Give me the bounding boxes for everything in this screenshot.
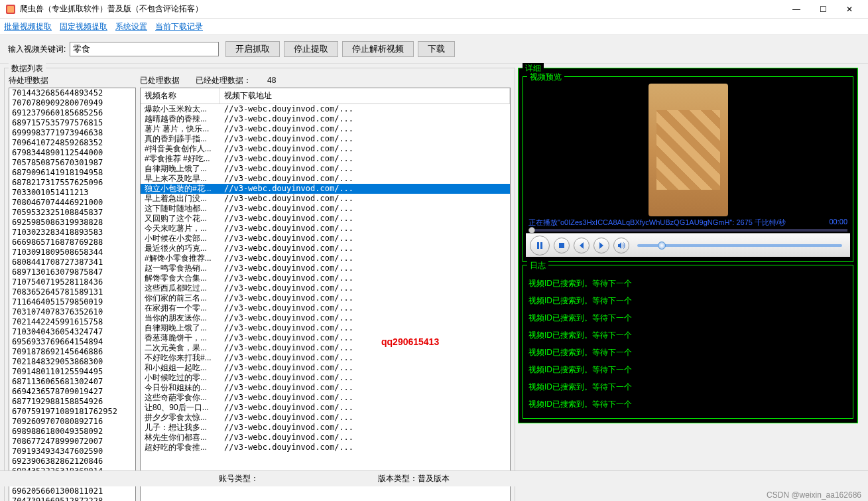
progress-bar[interactable]	[528, 229, 847, 232]
stop-button[interactable]	[554, 238, 570, 253]
pending-item[interactable]: 6877192988158854926	[9, 397, 135, 407]
progress-thumb[interactable]	[528, 227, 535, 234]
pending-item[interactable]: 6999983771973946638	[9, 128, 135, 138]
keyword-input[interactable]	[70, 42, 219, 56]
col-video-url[interactable]: 视频下载地址	[220, 88, 510, 104]
pending-item[interactable]: 7116464051579850019	[9, 297, 135, 307]
pending-item[interactable]: 7091878692145646886	[9, 347, 135, 357]
table-row[interactable]: 二次元美食，果...//v3-webc.douyinvod.com/...	[141, 343, 510, 353]
pending-item[interactable]: 7107540719528118436	[9, 277, 135, 287]
pending-item[interactable]: 6897130163079875847	[9, 267, 135, 277]
pending-item[interactable]: 6669865716878769288	[9, 238, 135, 248]
pending-item[interactable]: 7021442245991615758	[9, 317, 135, 327]
pending-item[interactable]: 6923906382862120846	[9, 457, 135, 466]
col-video-name[interactable]: 视频名称	[141, 88, 220, 104]
table-row[interactable]: 最近很火的巧克...//v3-webc.douyinvod.com/...	[141, 244, 510, 253]
table-row[interactable]: 又回购了这个花...//v3-webc.douyinvod.com/...	[141, 214, 510, 224]
table-row[interactable]: #零食推荐 #好吃...//v3-webc.douyinvod.com/...	[141, 154, 510, 164]
processed-grid[interactable]: 视频名称 视频下载地址 爆款小玉米粒太...//v3-webc.douyinvo…	[140, 88, 511, 501]
pending-item[interactable]: 7086772478999072007	[9, 437, 135, 447]
table-row[interactable]: 小时候在小卖部...//v3-webc.douyinvod.com/...	[141, 234, 510, 244]
pending-item[interactable]: 7103091809508658344	[9, 248, 135, 257]
pending-item[interactable]: 7096410724859268352	[9, 138, 135, 148]
pending-item[interactable]: 7103023283418893583	[9, 228, 135, 238]
pending-item[interactable]: 7080467074446921000	[9, 198, 135, 208]
pending-item[interactable]: 6878217317557625096	[9, 178, 135, 188]
link-batch-video[interactable]: 批量视频提取	[4, 21, 52, 33]
pending-item[interactable]: 6912379660185685256	[9, 108, 135, 118]
pending-item[interactable]: 6707591971089181762952	[9, 407, 135, 417]
prev-button[interactable]	[574, 238, 589, 253]
play-pause-button[interactable]	[530, 236, 550, 255]
table-row[interactable]: 小时候吃过的零...//v3-webc.douyinvod.com/...	[141, 373, 510, 383]
pending-item[interactable]: 7014432685644893452	[9, 88, 135, 98]
start-crawl-button[interactable]: 开启抓取	[225, 41, 280, 57]
pending-item[interactable]: 7047391669512872228	[9, 496, 135, 501]
pending-item[interactable]: 6897157535797576815	[9, 118, 135, 128]
pending-item[interactable]: 7059532325108845837	[9, 208, 135, 218]
link-fixed-video[interactable]: 固定视频提取	[60, 21, 107, 33]
table-row[interactable]: 爆款小玉米粒太...//v3-webc.douyinvod.com/...	[141, 104, 510, 114]
pending-item[interactable]: 7070780909280070949	[9, 98, 135, 108]
pending-item[interactable]: 6925985086319938828	[9, 218, 135, 228]
pending-item[interactable]: 7033001051411213	[9, 188, 135, 198]
table-row[interactable]: 香葱薄脆饼干，...//v3-webc.douyinvod.com/...	[141, 333, 510, 343]
pending-item[interactable]: 7091480110125594495	[9, 367, 135, 377]
volume-button[interactable]	[613, 238, 629, 253]
table-row[interactable]: 这下随时随地都...//v3-webc.douyinvod.com/...	[141, 204, 510, 214]
table-row[interactable]: 超好吃的零食推...//v3-webc.douyinvod.com/...	[141, 443, 510, 453]
table-row[interactable]: 这些奇葩零食你...//v3-webc.douyinvod.com/...	[141, 393, 510, 403]
link-settings[interactable]: 系统设置	[115, 21, 147, 33]
table-row[interactable]: 早上着急出门没...//v3-webc.douyinvod.com/...	[141, 194, 510, 204]
table-row[interactable]: 当你的朋友送你...//v3-webc.douyinvod.com/...	[141, 313, 510, 323]
next-button[interactable]	[593, 238, 609, 253]
table-row[interactable]: 和小姐姐一起吃...//v3-webc.douyinvod.com/...	[141, 363, 510, 373]
pending-item[interactable]: 6798344890112544000	[9, 148, 135, 158]
table-row[interactable]: 赵一鸣零食热销...//v3-webc.douyinvod.com/...	[141, 263, 510, 273]
table-row[interactable]: 你们家的前三名...//v3-webc.douyinvod.com/...	[141, 293, 510, 303]
log-box[interactable]: 视频ID已搜索到。等待下一个视频ID已搜索到。等待下一个视频ID已搜索到。等待下…	[526, 272, 850, 415]
table-row[interactable]: 越晴越香的香辣...//v3-webc.douyinvod.com/...	[141, 114, 510, 124]
pending-item[interactable]: 6879096141918194958	[9, 168, 135, 178]
pending-item[interactable]: 6989886180049358092	[9, 427, 135, 437]
volume-slider[interactable]	[637, 244, 842, 247]
download-button[interactable]: 下载	[418, 41, 455, 57]
table-row[interactable]: 解馋零食大合集...//v3-webc.douyinvod.com/...	[141, 273, 510, 283]
table-row[interactable]: 独立小包装的#花...//v3-webc.douyinvod.com/...	[141, 184, 510, 194]
pending-item[interactable]: 6962056601300811021	[9, 486, 135, 496]
table-row[interactable]: 真的香到舔手指...//v3-webc.douyinvod.com/...	[141, 134, 510, 144]
table-row[interactable]: 早上来不及吃早...//v3-webc.douyinvod.com/...	[141, 174, 510, 184]
video-preview[interactable]	[526, 84, 850, 216]
table-row[interactable]: 自律期晚上饿了...//v3-webc.douyinvod.com/...	[141, 323, 510, 333]
table-row[interactable]: #解馋小零食推荐...//v3-webc.douyinvod.com/...	[141, 253, 510, 263]
table-row[interactable]: 自律期晚上饿了...//v3-webc.douyinvod.com/...	[141, 164, 510, 174]
pending-listbox[interactable]: 7014432685644893452707078090928007094969…	[9, 88, 136, 501]
stop-extract-button[interactable]: 停止提取	[284, 41, 338, 57]
pending-item[interactable]: 6871136065681302407	[9, 377, 135, 387]
minimize-button[interactable]: —	[783, 1, 810, 18]
stop-parse-button[interactable]: 停止解析视频	[342, 41, 414, 57]
table-row[interactable]: 拼夕夕零食太惊...//v3-webc.douyinvod.com/...	[141, 413, 510, 423]
table-row[interactable]: #抖音美食创作人...//v3-webc.douyinvod.com/...	[141, 144, 510, 154]
table-row[interactable]: 今日份和姐妹的...//v3-webc.douyinvod.com/...	[141, 383, 510, 393]
table-row[interactable]: 这些西瓜都吃过...//v3-webc.douyinvod.com/...	[141, 283, 510, 293]
table-row[interactable]: 林先生你们都喜...//v3-webc.douyinvod.com/...	[141, 433, 510, 443]
link-download-log[interactable]: 当前下载记录	[155, 21, 203, 33]
pending-item[interactable]: 7021848329053868300	[9, 357, 135, 367]
volume-thumb[interactable]	[658, 242, 666, 250]
pending-item[interactable]: 6956933769664154894	[9, 337, 135, 347]
table-row[interactable]: 儿子：想让我多...//v3-webc.douyinvod.com/...	[141, 423, 510, 433]
maximize-button[interactable]: ☐	[810, 1, 836, 18]
pending-item[interactable]: 7057850875670301987	[9, 158, 135, 168]
table-row[interactable]: 不好吃你来打我#...//v3-webc.douyinvod.com/...	[141, 353, 510, 363]
pending-item[interactable]: 7092609707080892716	[9, 417, 135, 427]
pending-item[interactable]: 7031074078376352610	[9, 307, 135, 317]
table-row[interactable]: 在家拥有一个零...//v3-webc.douyinvod.com/...	[141, 303, 510, 313]
pending-item[interactable]: 7103040436054324747	[9, 327, 135, 337]
pending-item[interactable]: 7091934934347602590	[9, 447, 135, 457]
table-row[interactable]: 让80、90后一口...//v3-webc.douyinvod.com/...	[141, 403, 510, 413]
table-row[interactable]: 薯片 薯片，快乐...//v3-webc.douyinvod.com/...	[141, 124, 510, 134]
pending-item[interactable]: 6694236578709019427	[9, 387, 135, 397]
table-row[interactable]: 今天来吃薯片，...//v3-webc.douyinvod.com/...	[141, 224, 510, 234]
close-button[interactable]: ✕	[836, 1, 863, 18]
